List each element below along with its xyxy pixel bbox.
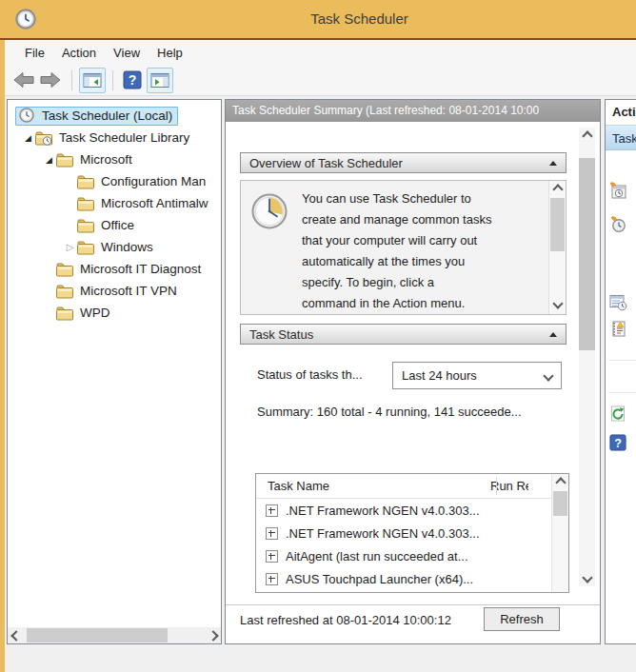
window-title: Task Scheduler (229, 10, 490, 27)
last-refreshed-text: Last refreshed at 08-01-2014 10:00:12 (240, 613, 451, 627)
overview-section-title: Overview of Task Scheduler (249, 156, 403, 170)
task-status-summary: Summary: 160 total - 4 running, 141 succ… (257, 405, 522, 419)
table-header-row: Task Name Run Result (256, 474, 568, 499)
scrollbar-thumb[interactable] (553, 491, 567, 516)
expand-plus-icon[interactable] (266, 504, 278, 517)
scrollbar-thumb[interactable] (550, 198, 565, 251)
scrollbar-thumb[interactable] (27, 628, 168, 642)
table-row[interactable]: ASUS Touchpad Launcher (x64)... (256, 567, 568, 590)
tree-item-windows[interactable]: ▷ Windows (8, 236, 221, 258)
scrollbar-thumb[interactable] (579, 158, 595, 350)
menu-view[interactable]: View (105, 43, 149, 63)
show-action-pane-button[interactable] (147, 68, 173, 93)
status-filter-label: Status of tasks th... (257, 367, 363, 382)
table-row[interactable]: .NET Framework NGEN v4.0.303... (256, 522, 568, 544)
overview-scrollbar[interactable] (548, 181, 566, 314)
title-bar: Task Scheduler (0, 0, 636, 40)
expand-collapse-icon[interactable]: ◢ (42, 155, 56, 165)
toolbar-separator (71, 70, 72, 90)
folder-icon (77, 196, 94, 211)
overview-text: You can use Task Scheduler to create and… (302, 188, 540, 314)
create-task-icon[interactable] (609, 215, 627, 233)
task-status-table: Task Name Run Result .NET Framework NGEN… (255, 473, 569, 593)
scroll-up-arrow[interactable] (552, 184, 563, 194)
tree-item-microsoft[interactable]: ◢ Microsoft (8, 148, 221, 170)
scroll-up-arrow[interactable] (582, 130, 592, 141)
column-header-run-result[interactable]: Run Result (483, 479, 528, 493)
scroll-down-arrow[interactable] (552, 298, 563, 308)
folder-icon (77, 240, 94, 255)
folder-icon (56, 152, 73, 168)
dropdown-value: Last 24 hours (402, 368, 477, 383)
tree-item-microsoft-antimalware[interactable]: Microsoft Antimalw (8, 192, 221, 214)
chevron-down-icon (543, 370, 553, 381)
help-icon (123, 70, 142, 89)
tree-item-wpd[interactable]: WPD (8, 302, 221, 324)
console-tree-panel: Task Scheduler (Local) ◢ Task Scheduler … (7, 99, 222, 644)
tree-item-task-scheduler-local[interactable]: Task Scheduler (Local) (8, 105, 221, 127)
clock-icon (18, 108, 35, 123)
collapse-icon[interactable] (549, 332, 557, 337)
column-header-task-name[interactable]: Task Name (256, 479, 483, 493)
task-status-section-title: Task Status (249, 327, 313, 342)
collapse-icon[interactable] (549, 161, 557, 166)
expand-collapse-icon[interactable]: ◢ (21, 133, 35, 143)
expand-plus-icon[interactable] (266, 573, 278, 585)
tree-horizontal-scrollbar[interactable] (8, 627, 221, 643)
menu-file[interactable]: File (16, 43, 53, 63)
task-status-section-header[interactable]: Task Status (240, 324, 566, 345)
console-tree-icon (83, 72, 102, 89)
folder-icon (56, 284, 73, 299)
menu-bar: File Action View Help (5, 40, 636, 65)
back-arrow-button[interactable] (12, 70, 35, 89)
actions-separator (608, 360, 636, 361)
refresh-icon[interactable] (609, 405, 627, 423)
summary-panel-header: Task Scheduler Summary (Last refreshed: … (226, 100, 600, 122)
tree-item-microsoft-it-diagnostics[interactable]: Microsoft IT Diagnost (8, 258, 221, 280)
tree-item-task-scheduler-library[interactable]: ◢ Task Scheduler Library (8, 127, 221, 148)
menu-help[interactable]: Help (149, 43, 191, 63)
create-basic-task-icon[interactable] (609, 182, 627, 200)
summary-panel-scrollbar[interactable] (579, 128, 595, 586)
column-separator[interactable] (496, 477, 497, 495)
table-scrollbar[interactable] (551, 474, 568, 592)
folder-icon (56, 306, 73, 321)
folder-icon (77, 218, 94, 233)
actions-selected-scope[interactable]: Task Scheduler (Local) (606, 125, 636, 150)
toolbar-separator (112, 70, 113, 90)
task-scheduler-app-icon[interactable] (15, 9, 36, 30)
window-left-border (0, 40, 5, 672)
scroll-down-arrow[interactable] (582, 572, 592, 583)
menu-action[interactable]: Action (53, 43, 105, 63)
tree-item-microsoft-it-vpn[interactable]: Microsoft IT VPN (8, 280, 221, 302)
table-row[interactable]: .NET Framework NGEN v4.0.303... (256, 499, 568, 522)
expand-plus-icon[interactable] (266, 550, 278, 563)
folder-clock-icon (35, 130, 52, 146)
scroll-right-arrow[interactable] (205, 627, 221, 643)
actions-panel: Actions Task Scheduler (Local) (605, 99, 636, 644)
overview-section-header[interactable]: Overview of Task Scheduler (240, 152, 566, 173)
overview-content-box: You can use Task Scheduler to create and… (240, 180, 566, 315)
expand-collapse-icon[interactable]: ▷ (63, 242, 77, 252)
expand-plus-icon[interactable] (266, 527, 278, 540)
folder-icon (77, 174, 94, 189)
summary-panel: Task Scheduler Summary (Last refreshed: … (225, 99, 601, 644)
scroll-left-arrow[interactable] (8, 627, 24, 643)
tree-item-configuration-manager[interactable]: Configuration Man (8, 170, 221, 192)
toolbar (5, 65, 636, 96)
help-icon[interactable] (609, 434, 626, 451)
status-period-dropdown[interactable]: Last 24 hours (392, 362, 562, 389)
display-all-running-tasks-icon[interactable] (609, 293, 627, 311)
selected-tree-item[interactable]: Task Scheduler (Local) (15, 107, 178, 126)
folder-icon (56, 262, 73, 277)
tree-item-office[interactable]: Office (8, 214, 221, 236)
forward-arrow-button[interactable] (39, 70, 62, 89)
help-toolbar-button[interactable] (120, 68, 145, 93)
refresh-button[interactable]: Refresh (484, 607, 560, 631)
actions-separator (608, 392, 636, 393)
actions-panel-title: Actions (606, 100, 636, 125)
enable-all-tasks-history-icon[interactable] (609, 320, 627, 338)
scroll-up-arrow[interactable] (555, 477, 566, 487)
show-console-tree-button[interactable] (79, 68, 106, 93)
table-row[interactable]: AitAgent (last run succeeded at... (256, 544, 568, 567)
